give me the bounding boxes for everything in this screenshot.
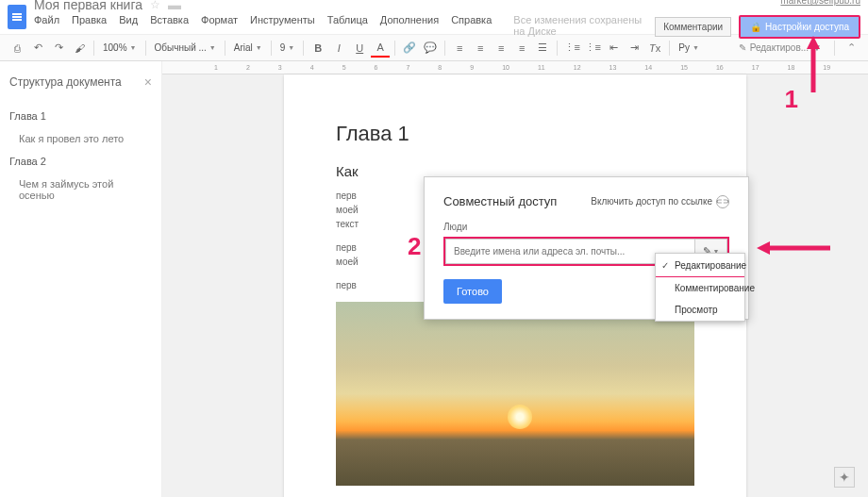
menu-format[interactable]: Формат (201, 14, 238, 37)
menu-tools[interactable]: Инструменты (250, 14, 315, 37)
bulleted-list-icon[interactable]: ⋮≡ (583, 39, 602, 58)
explore-button[interactable]: ✦ (834, 467, 855, 488)
share-button[interactable]: 🔒 Настройки доступа (739, 15, 860, 39)
document-title[interactable]: Моя первая книга (34, 0, 142, 12)
dialog-title: Совместный доступ (443, 194, 557, 208)
link-icon: ⊂⊃ (716, 195, 729, 208)
menu-help[interactable]: Справка (451, 14, 492, 37)
menubar: Файл Правка Вид Вставка Формат Инструмен… (34, 14, 655, 37)
align-center-icon[interactable]: ≡ (471, 39, 490, 58)
numbered-list-icon[interactable]: ⋮≡ (562, 39, 581, 58)
ruler[interactable]: 12345678910111213141516171819 (162, 61, 868, 75)
menu-addons[interactable]: Дополнения (380, 14, 439, 37)
annotation-arrow (757, 239, 832, 257)
menu-file[interactable]: Файл (34, 14, 59, 37)
menu-edit[interactable]: Правка (72, 14, 107, 37)
clear-format-icon[interactable]: Tx (645, 39, 664, 58)
zoom-select[interactable]: 100%▼ (99, 39, 141, 58)
comments-button[interactable]: Комментарии (655, 17, 731, 37)
link-sharing-toggle[interactable]: Включить доступ по ссылке ⊂⊃ (591, 195, 729, 208)
save-status: Все изменения сохранены на Диске (513, 14, 655, 37)
account-email[interactable]: market@selfpub.ru (780, 0, 860, 6)
italic-icon[interactable]: I (329, 39, 348, 58)
menu-insert[interactable]: Вставка (150, 14, 189, 37)
indent-decrease-icon[interactable]: ⇤ (604, 39, 623, 58)
outline-item[interactable]: Как я провел это лето (9, 127, 152, 150)
align-left-icon[interactable]: ≡ (450, 39, 469, 58)
outline-panel: Структура документа × Глава 1 Как я пров… (0, 61, 162, 497)
lock-icon: 🔒 (750, 22, 761, 32)
outline-item[interactable]: Глава 2 (9, 150, 152, 173)
outline-item[interactable]: Чем я займусь этой осенью (9, 173, 152, 207)
undo-icon[interactable]: ↶ (28, 39, 47, 58)
document-image[interactable] (336, 302, 694, 486)
perm-option-view[interactable]: Просмотр (656, 299, 744, 321)
menu-table[interactable]: Таблица (327, 14, 368, 37)
paint-format-icon[interactable]: 🖌 (70, 39, 89, 58)
toolbar: ⎙ ↶ ↷ 🖌 100%▼ Обычный ...▼ Arial▼ 9▼ B I… (0, 35, 868, 61)
done-button[interactable]: Готово (443, 279, 502, 304)
comment-icon[interactable]: 💬 (421, 39, 440, 58)
permission-menu: Редактирование Комментирование Просмотр (655, 253, 745, 322)
perm-option-edit[interactable]: Редактирование (656, 254, 744, 277)
text-color-icon[interactable]: A (371, 39, 390, 58)
size-select[interactable]: 9▼ (276, 39, 299, 58)
menu-view[interactable]: Вид (119, 14, 138, 37)
style-select[interactable]: Обычный ...▼ (151, 39, 220, 58)
outline-item[interactable]: Глава 1 (9, 105, 152, 127)
star-icon[interactable]: ☆ (150, 0, 160, 11)
bold-icon[interactable]: B (309, 39, 327, 58)
indent-increase-icon[interactable]: ⇥ (625, 39, 643, 58)
outline-title: Структура документа (9, 75, 122, 89)
heading-1[interactable]: Глава 1 (336, 122, 694, 146)
link-icon[interactable]: 🔗 (400, 39, 419, 58)
people-label: Люди (443, 222, 729, 232)
close-icon[interactable]: × (144, 75, 152, 90)
folder-icon[interactable]: ▬ (168, 0, 181, 12)
hide-menus-icon[interactable]: ⌃ (842, 41, 860, 54)
docs-icon[interactable] (8, 5, 26, 29)
redo-icon[interactable]: ↷ (49, 39, 68, 58)
line-spacing-icon[interactable]: ☰ (533, 39, 552, 58)
underline-icon[interactable]: U (350, 39, 369, 58)
print-icon[interactable]: ⎙ (8, 39, 26, 58)
align-right-icon[interactable]: ≡ (492, 39, 510, 58)
svg-marker-1 (757, 241, 770, 255)
font-select[interactable]: Arial▼ (230, 39, 266, 58)
annotation-number: 1 (785, 85, 798, 114)
editing-mode[interactable]: ✎ Редактиров... ▼ (733, 39, 827, 58)
annotation-number: 2 (408, 232, 421, 261)
align-justify-icon[interactable]: ≡ (512, 39, 531, 58)
perm-option-comment[interactable]: Комментирование (656, 277, 744, 299)
input-tools[interactable]: Ру ▼ (675, 39, 703, 58)
